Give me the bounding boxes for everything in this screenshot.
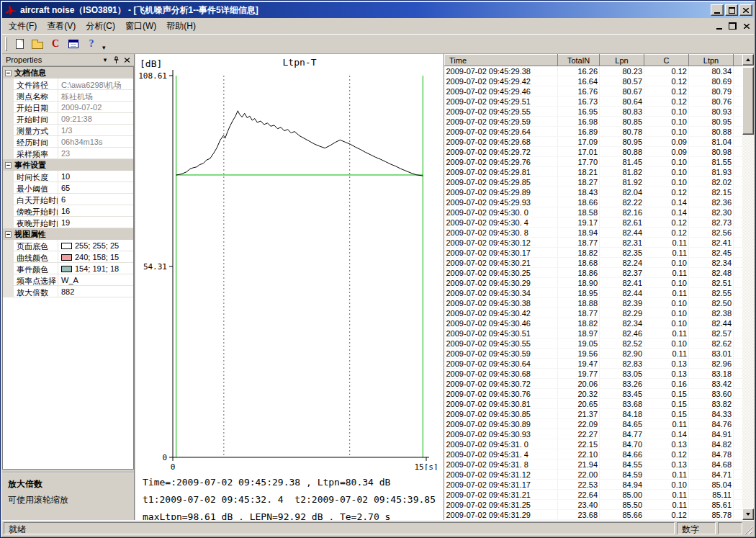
table-row[interactable]: 2009-07-02 09:45:31.2523.4085.500.1185.6… [445,500,747,510]
property-value[interactable]: 882 [58,286,133,297]
property-row[interactable]: 页面底色255; 255; 25 [3,240,133,251]
table-row[interactable]: 2009-07-02 09:45:30.5118.9782.460.1182.5… [445,328,747,339]
scroll-up-button[interactable] [742,54,754,66]
menu-item[interactable]: 窗口(W) [120,17,161,35]
table-row[interactable]: 2009-07-02 09:45:30.4618.8282.340.1082.4… [445,318,747,328]
table-row[interactable]: 2009-07-02 09:45:30.4218.7782.290.1082.3… [445,308,747,318]
panel-close-button[interactable] [122,55,132,65]
table-row[interactable]: 2009-07-02 09:45:31.2122.6485.000.1185.1… [445,490,747,500]
property-value[interactable]: 6 [58,194,133,205]
close-button[interactable] [739,4,752,16]
property-row[interactable]: 夜晚开始时间19 [3,217,133,228]
table-row[interactable]: 2009-07-02 09:45:30.5919.5682.900.1183.0… [445,349,747,359]
table-row[interactable]: 2009-07-02 09:45:29.4216.6480.570.1280.6… [445,76,747,86]
table-row[interactable]: 2009-07-02 09:45:29.4616.7680.670.1280.7… [445,86,747,97]
property-section-header[interactable]: −文档信息 [3,67,133,79]
table-row[interactable]: 2009-07-02 09:45:30. 419.1782.610.1282.7… [445,218,747,228]
table-row[interactable]: 2009-07-02 09:45:31.2923.6885.660.1285.7… [445,510,747,520]
maximize-button[interactable] [725,4,738,16]
table-row[interactable]: 2009-07-02 09:45:29.6416.8980.780.1080.8… [445,127,747,137]
property-value[interactable]: 240; 158; 15 [58,251,133,262]
open-file-button[interactable] [29,36,46,52]
mdi-close-button[interactable] [740,21,752,32]
property-row[interactable]: 采样频率23 [3,148,133,159]
table-row[interactable]: 2009-07-02 09:45:29.8918.4382.040.1282.1… [445,187,747,197]
property-value[interactable]: C:\awa6298\机场 [58,79,133,89]
resize-grip-icon[interactable] [743,525,752,534]
table-row[interactable]: 2009-07-02 09:45:29.3816.2680.230.1280.3… [445,66,747,76]
property-value[interactable]: 16 [58,205,133,216]
table-row[interactable]: 2009-07-02 09:45:30.2918.9082.410.1082.5… [445,278,747,288]
property-value[interactable]: 09:21:38 [58,113,133,124]
property-row[interactable]: 曲线颜色240; 158; 15 [3,251,133,263]
table-row[interactable]: 2009-07-02 09:45:31. 022.1584.700.1384.8… [445,439,747,449]
property-value[interactable]: 154; 191; 18 [58,263,133,274]
table-row[interactable]: 2009-07-02 09:45:30.2118.6882.240.1082.3… [445,258,747,268]
property-value[interactable]: 栎社机场 [58,90,133,101]
table-row[interactable]: 2009-07-02 09:45:31. 821.9484.550.1384.6… [445,459,747,470]
table-row[interactable]: 2009-07-02 09:45:31. 422.1084.660.1284.7… [445,449,747,459]
table-row[interactable]: 2009-07-02 09:45:30.6819.7783.050.1383.1… [445,369,747,379]
menu-item[interactable]: 分析(C) [81,17,120,35]
table-row[interactable]: 2009-07-02 09:45:30.1718.8282.350.1182.4… [445,248,747,258]
properties-button[interactable] [65,36,82,52]
table-row[interactable]: 2009-07-02 09:45:30. 818.9482.440.1282.5… [445,228,747,238]
mdi-restore-button[interactable] [726,21,739,32]
table-row[interactable]: 2009-07-02 09:45:30.8521.3784.180.1584.3… [445,409,747,419]
table-row[interactable]: 2009-07-02 09:45:30.7220.0683.260.1683.4… [445,379,747,389]
table-row[interactable]: 2009-07-02 09:45:30.2518.8682.370.1182.4… [445,268,747,278]
property-row[interactable]: 经历时间06h34m13s [3,136,133,148]
scroll-down-button[interactable] [742,508,754,520]
toolbar-gripper[interactable] [5,37,7,51]
vertical-scrollbar[interactable] [742,54,754,520]
property-value[interactable]: 06h34m13s [58,136,133,147]
column-header[interactable]: C [644,55,689,66]
table-row[interactable]: 2009-07-02 09:45:29.9318.6682.220.1482.3… [445,197,747,207]
table-row[interactable]: 2009-07-02 09:45:30.6419.4782.830.1382.9… [445,359,747,369]
menu-item[interactable]: 文件(F) [4,17,42,35]
property-value[interactable]: 255; 255; 25 [58,240,133,251]
scrollbar-thumb[interactable] [742,67,754,135]
property-row[interactable]: 时间长度10 [3,171,133,182]
menu-item[interactable]: 帮助(H) [161,17,201,35]
table-row[interactable]: 2009-07-02 09:45:30.7620.3283.450.1583.6… [445,389,747,399]
property-value[interactable]: 19 [58,217,133,228]
property-value[interactable]: 1/3 [58,125,133,135]
column-header[interactable]: Time [445,55,558,66]
collapse-icon[interactable]: − [5,231,12,238]
property-row[interactable]: 开始日期2009-07-02 [3,102,133,113]
toolbar-overflow-button[interactable]: ▾ [102,44,106,53]
property-row[interactable]: 频率点选择W_A [3,274,133,286]
help-button[interactable]: ? [83,36,100,52]
property-row[interactable]: 最小阈值65 [3,182,133,194]
table-row[interactable]: 2009-07-02 09:45:29.8518.2781.920.1082.0… [445,177,747,187]
table-row[interactable]: 2009-07-02 09:45:30.3418.9582.440.1182.5… [445,288,747,298]
table-row[interactable]: 2009-07-02 09:45:29.5516.9580.830.1080.9… [445,107,747,117]
panel-pin-button[interactable] [111,55,121,65]
ltpn-chart[interactable]: 054.31108.61015[s]Ltpn-T[dB] [135,54,444,470]
property-row[interactable]: 白天开始时间6 [3,194,133,205]
column-header[interactable]: Ltpn [689,55,734,66]
table-row[interactable]: 2009-07-02 09:45:29.5916.9880.850.1080.9… [445,117,747,127]
property-value[interactable]: W_A [58,274,133,285]
table-row[interactable]: 2009-07-02 09:45:29.8118.2181.820.1081.9… [445,167,747,177]
new-file-button[interactable] [11,36,28,52]
property-row[interactable]: 开始时间09:21:38 [3,113,133,125]
table-row[interactable]: 2009-07-02 09:45:30.9322.2784.770.1484.9… [445,429,747,439]
property-row[interactable]: 测量方式1/3 [3,125,133,136]
property-value[interactable]: 23 [58,148,133,158]
property-row[interactable]: 文件路径C:\awa6298\机场 [3,79,133,90]
property-row[interactable]: 放大倍数882 [3,286,133,297]
property-row[interactable]: 傍晚开始时间16 [3,205,133,217]
chart-panel[interactable]: 054.31108.61015[s]Ltpn-T[dB] Time=:2009-… [135,54,444,520]
property-value[interactable]: 10 [58,171,133,181]
table-row[interactable]: 2009-07-02 09:45:29.5116.7380.640.1280.7… [445,97,747,107]
collapse-icon[interactable]: − [5,70,12,76]
analysis-c-button[interactable]: C [47,36,64,52]
table-row[interactable]: 2009-07-02 09:45:30.8922.0984.650.1184.7… [445,419,747,429]
menu-item[interactable]: 查看(V) [42,17,81,35]
minimize-button[interactable] [711,4,724,16]
column-header[interactable]: Lpn [600,55,644,66]
table-row[interactable]: 2009-07-02 09:45:30.5519.0582.520.1082.6… [445,339,747,349]
table-row[interactable]: 2009-07-02 09:45:29.6817.0980.950.0981.0… [445,137,747,147]
